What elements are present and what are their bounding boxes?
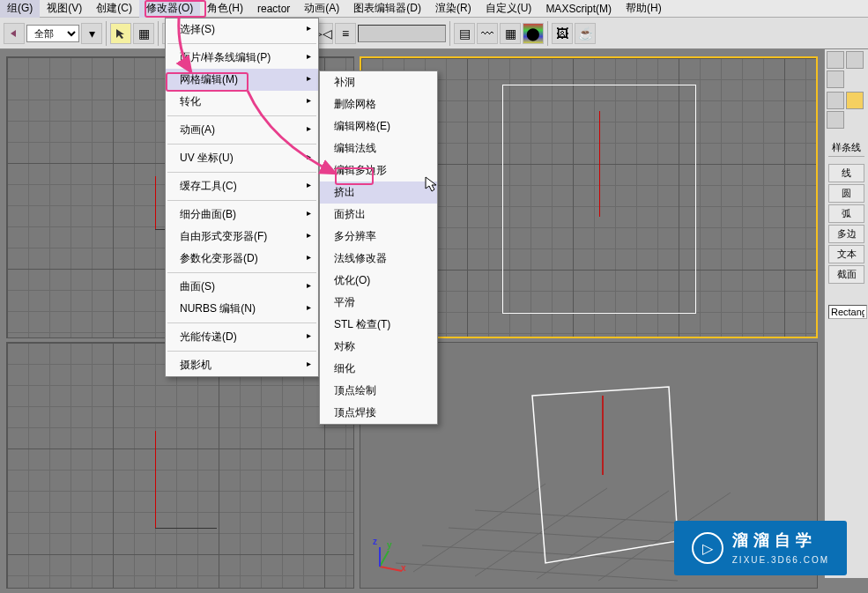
- align-icon[interactable]: ≡: [335, 23, 356, 44]
- curve-editor-icon[interactable]: 〰: [477, 23, 498, 44]
- shape-line-button[interactable]: 线: [828, 164, 864, 182]
- shape-section-button[interactable]: 截面: [828, 265, 864, 284]
- watermark: ▷ 溜溜自学 ZIXUE.3D66.COM: [674, 521, 847, 575]
- select-by-name-icon[interactable]: ▦: [133, 23, 154, 44]
- menu-graph-editors[interactable]: 图表编辑器(D): [346, 0, 428, 18]
- panel-subtab-shapes[interactable]: [846, 92, 864, 109]
- panel-tab-create[interactable]: [827, 51, 844, 69]
- shape-polygon-button[interactable]: 多边: [828, 225, 864, 243]
- layer-manager-icon[interactable]: ▤: [454, 23, 475, 44]
- submenu-patch-spline-editing[interactable]: 面片/样条线编辑(P)▸: [166, 47, 318, 69]
- panel-subtab-geometry[interactable]: [827, 92, 844, 109]
- item-stl-check[interactable]: STL 检查(T): [320, 314, 437, 336]
- submenu-mesh-editing[interactable]: 网格编辑(M)▸: [166, 69, 318, 91]
- menu-reactor[interactable]: reactor: [250, 1, 297, 17]
- submenu-uv-coords[interactable]: UV 坐标(U)▸: [166, 147, 318, 169]
- submenu-parametric-deformers[interactable]: 参数化变形器(D)▸: [166, 248, 318, 270]
- menu-render[interactable]: 渲染(R): [428, 0, 479, 18]
- menu-help[interactable]: 帮助(H): [619, 0, 669, 18]
- item-symmetry[interactable]: 对称: [320, 336, 437, 358]
- submenu-subdiv-surfaces[interactable]: 细分曲面(B)▸: [166, 204, 318, 226]
- item-vertex-paint[interactable]: 顶点绘制: [320, 380, 437, 402]
- mesh-editing-submenu: 补洞 删除网格 编辑网格(E) 编辑法线 编辑多边形 挤出 面挤出 多分辨率 法…: [319, 70, 438, 425]
- menu-animation[interactable]: 动画(A): [297, 0, 346, 18]
- panel-tab-hierarchy[interactable]: [827, 70, 844, 88]
- svg-line-10: [380, 567, 402, 571]
- menu-create[interactable]: 创建(C): [89, 0, 139, 18]
- undo-icon[interactable]: [4, 23, 25, 44]
- render-setup-icon[interactable]: 🖼: [552, 23, 573, 44]
- modifiers-submenu: 选择(S)▸ 面片/样条线编辑(P)▸ 网格编辑(M)▸ 转化▸ 动画(A)▸ …: [165, 18, 319, 377]
- submenu-radiosity[interactable]: 光能传递(D)▸: [166, 326, 318, 348]
- panel-subtab-lights[interactable]: [827, 111, 844, 129]
- item-edit-mesh[interactable]: 编辑网格(E): [320, 115, 437, 137]
- dropdown-icon[interactable]: ▾: [81, 23, 102, 44]
- submenu-cache-tools[interactable]: 缓存工具(C)▸: [166, 175, 318, 197]
- watermark-title: 溜溜自学: [732, 530, 829, 551]
- material-editor-icon[interactable]: ⬤: [523, 23, 544, 44]
- item-edit-normals[interactable]: 编辑法线: [320, 137, 437, 159]
- menu-modifiers[interactable]: 修改器(O): [139, 0, 200, 18]
- item-delete-mesh[interactable]: 删除网格: [320, 93, 437, 115]
- shape-circle-button[interactable]: 圆: [828, 184, 864, 203]
- main-toolbar: 全部 ▾ ▦ ✥ ⟳ ⤢ ⌖ ∠ % ▷◁ ≡ ▤ 〰 ▦ ⬤ 🖼 ☕: [0, 18, 868, 49]
- submenu-nurbs-editing[interactable]: NURBS 编辑(N)▸: [166, 298, 318, 320]
- panel-tab-modify[interactable]: [846, 51, 864, 69]
- command-panel: 样条线 线 圆 弧 多边 文本 截面: [824, 49, 868, 578]
- menubar: 组(G) 视图(V) 创建(C) 修改器(O) 角色(H) reactor 动画…: [0, 0, 868, 18]
- shape-text-button[interactable]: 文本: [828, 245, 864, 263]
- axis-gizmo: x y z: [371, 540, 406, 579]
- schematic-view-icon[interactable]: ▦: [500, 23, 521, 44]
- svg-line-11: [380, 551, 389, 567]
- item-face-extrude[interactable]: 面挤出: [320, 204, 437, 226]
- submenu-selection[interactable]: 选择(S)▸: [166, 19, 318, 41]
- item-vertex-weld[interactable]: 顶点焊接: [320, 402, 437, 424]
- named-selection-input[interactable]: [358, 25, 446, 42]
- selection-scope-dropdown[interactable]: 全部: [26, 25, 79, 42]
- item-edit-poly[interactable]: 编辑多边形: [320, 159, 437, 182]
- menu-character[interactable]: 角色(H): [200, 0, 250, 18]
- viewport-bottom-left[interactable]: [6, 342, 354, 589]
- object-name-field[interactable]: [828, 305, 867, 319]
- submenu-conversion[interactable]: 转化▸: [166, 91, 318, 113]
- menu-view[interactable]: 视图(V): [40, 0, 89, 18]
- menu-customize[interactable]: 自定义(U): [479, 0, 539, 18]
- submenu-surface[interactable]: 曲面(S)▸: [166, 276, 318, 298]
- svg-marker-8: [532, 387, 678, 563]
- watermark-subtitle: ZIXUE.3D66.COM: [732, 555, 829, 565]
- item-normal-modifier[interactable]: 法线修改器: [320, 248, 437, 270]
- svg-line-4: [413, 484, 545, 572]
- menu-maxscript[interactable]: MAXScript(M): [538, 1, 619, 17]
- select-tool-icon[interactable]: [110, 23, 131, 44]
- item-optimize[interactable]: 优化(O): [320, 270, 437, 292]
- submenu-cameras[interactable]: 摄影机▸: [166, 354, 318, 376]
- render-icon[interactable]: ☕: [575, 23, 596, 44]
- shape-arc-button[interactable]: 弧: [828, 204, 864, 223]
- item-smooth[interactable]: 平滑: [320, 292, 437, 314]
- menu-group[interactable]: 组(G): [0, 0, 40, 18]
- item-cap-holes[interactable]: 补洞: [320, 71, 437, 93]
- panel-heading: 样条线: [828, 141, 864, 157]
- item-tessellate[interactable]: 细化: [320, 358, 437, 380]
- submenu-freeform-deformers[interactable]: 自由形式变形器(F)▸: [166, 226, 318, 248]
- play-icon: ▷: [692, 532, 723, 564]
- item-extrude[interactable]: 挤出: [320, 182, 437, 204]
- submenu-animation[interactable]: 动画(A)▸: [166, 119, 318, 141]
- item-multires[interactable]: 多分辨率: [320, 226, 437, 248]
- svg-line-0: [396, 563, 678, 581]
